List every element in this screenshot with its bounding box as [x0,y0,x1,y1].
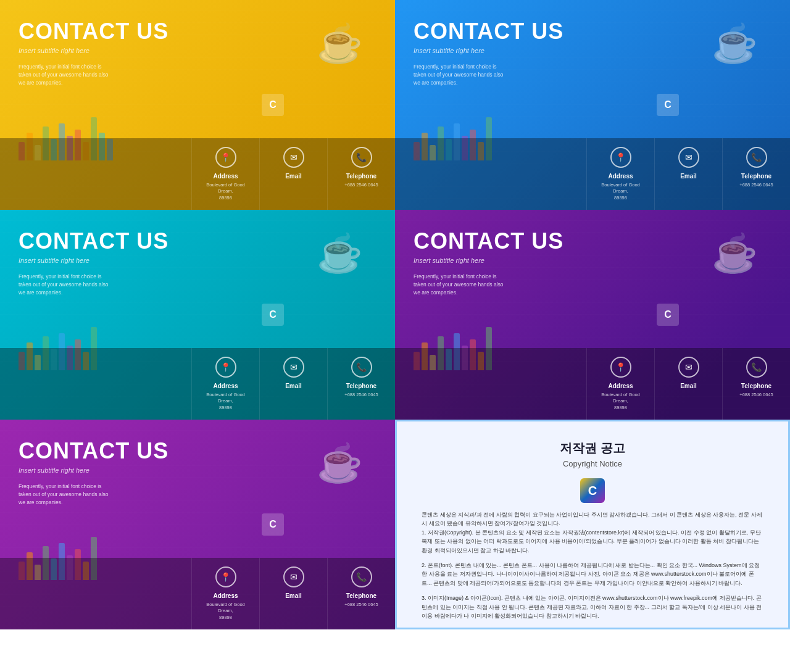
copyright-section-2: 2. 폰트(font). 콘텐츠 내에 있는... 콘텐츠 폰트... 사용이 … [422,561,763,587]
contact-subtitle: Insert subtitle right here [19,47,376,54]
contact-title-3: CONTACT US [19,228,376,254]
contact-title-4: CONTACT US [414,228,771,254]
contact-desc-3: Frequently, your initial font choice is … [19,273,130,296]
contact-desc-2: Frequently, your initial font choice is … [414,63,525,86]
copyright-section-3: 3. 이미지(Image) & 아이콘(Icon). 콘텐츠 내에 있는 아이콘… [422,594,763,620]
contact-desc: Frequently, your initial font choice is … [19,63,130,86]
slide-yellow: ☕ C CONTACT US Insert subtitle right her… [0,0,395,210]
contact-title-2: CONTACT US [414,19,771,44]
copyright-section-2-text: 2. 폰트(font). 콘텐츠 내에 있는... 콘텐츠 폰트... 사용이 … [422,561,763,587]
copyright-section-1: 1. 저작권(Copyright). 본 콘텐츠의 요소 및 제작된 요소는 자… [422,528,763,555]
contact-title-5: CONTACT US [19,438,376,464]
contact-subtitle-5: Insert subtitle right here [19,467,376,474]
contact-title: CONTACT US [19,19,376,44]
contact-subtitle-3: Insert subtitle right here [19,257,376,264]
c-logo-icon: C [580,478,605,503]
contact-subtitle-2: Insert subtitle right here [414,47,771,54]
copyright-section-3-text: 3. 이미지(Image) & 아이콘(Icon). 콘텐츠 내에 있는 아이콘… [422,594,763,620]
copyright-section-1-text: 1. 저작권(Copyright). 본 콘텐츠의 요소 및 제작된 요소는 자… [422,528,763,555]
contact-subtitle-4: Insert subtitle right here [414,257,771,264]
slide-purple-blue: ☕ C CONTACT US Insert subtitle right her… [395,210,790,420]
slide-cyan: ☕ C CONTACT US Insert subtitle right her… [0,210,395,420]
copyright-panel: 저작권 공고 Copyright Notice C 콘텐츠 세상은 지식과/과 … [395,420,790,629]
copyright-title-en: Copyright Notice [422,459,763,468]
copyright-intro: 콘텐츠 세상은 지식과/과 전에 사람의 협력이 요구되는 사업이입니다 주시면… [422,510,763,528]
copyright-logo: C [422,478,763,503]
slide-blue: ☕ C CONTACT US Insert subtitle right her… [395,0,790,210]
slide-purple: ☕ C CONTACT US Insert subtitle right her… [0,420,395,629]
contact-desc-5: Frequently, your initial font choice is … [19,483,130,506]
contact-desc-4: Frequently, your initial font choice is … [414,273,525,296]
copyright-title-kr: 저작권 공고 [422,440,763,457]
